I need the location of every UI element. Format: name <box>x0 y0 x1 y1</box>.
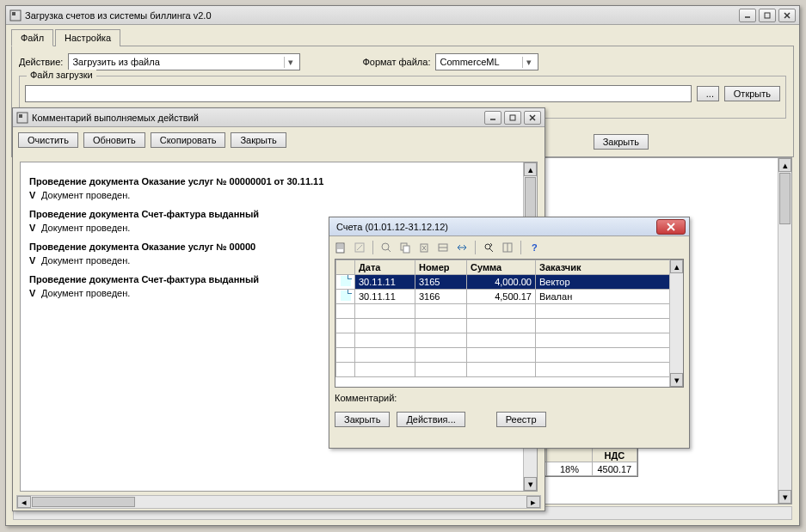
row-cell <box>536 363 683 377</box>
open-button[interactable]: Открыть <box>724 86 780 101</box>
table-row[interactable] <box>336 304 683 319</box>
app-icon <box>9 9 22 21</box>
svg-rect-3 <box>765 13 770 18</box>
log-titlebar: Комментарий выполняемых действий <box>13 108 545 127</box>
grid-vscrollbar[interactable]: ▴ ▾ <box>669 260 683 387</box>
peek-h2 <box>547 449 592 462</box>
col-icon[interactable] <box>336 260 355 275</box>
svg-text:?: ? <box>532 242 538 253</box>
accounts-titlebar: Счета (01.01.12-31.12.12) <box>329 217 689 236</box>
row-cell: 4,000.00 <box>467 275 536 290</box>
row-icon-cell <box>336 333 355 348</box>
action-value: Загрузить из файла <box>72 57 159 67</box>
log-entry-header: Проведение документа Оказание услуг № 00… <box>29 176 528 187</box>
maximize-button[interactable] <box>759 9 776 22</box>
select-range-icon[interactable] <box>454 240 470 255</box>
table-row[interactable] <box>336 333 683 348</box>
toolbar-separator <box>475 241 476 254</box>
main-close-button[interactable]: Закрыть <box>594 134 649 150</box>
tab-settings[interactable]: Настройка <box>55 29 120 46</box>
svg-line-16 <box>357 245 362 250</box>
log-title: Комментарий выполняемых действий <box>32 113 484 123</box>
log-window-icon <box>16 112 28 124</box>
accounts-window: Счета (01.01.12-31.12.12) ? Дата Номер <box>329 217 690 449</box>
edit-icon[interactable] <box>352 240 367 255</box>
scroll-down-icon[interactable]: ▾ <box>670 373 683 387</box>
log-copy-button[interactable]: Скопировать <box>151 132 226 148</box>
mark-icon[interactable] <box>435 240 451 255</box>
table-row[interactable] <box>336 363 683 377</box>
scroll-down-icon[interactable]: ▾ <box>778 490 791 504</box>
log-refresh-button[interactable]: Обновить <box>83 132 145 148</box>
table-row[interactable] <box>336 319 683 333</box>
svg-rect-1 <box>12 12 15 15</box>
table-row[interactable]: 30.11.1131664,500.17Виалан <box>336 290 683 304</box>
col-date[interactable]: Дата <box>355 260 415 275</box>
row-cell <box>355 333 415 348</box>
close-button[interactable] <box>778 9 796 22</box>
row-cell <box>355 304 415 319</box>
log-close-button-tb[interactable]: Закрыть <box>231 132 286 148</box>
table-row[interactable]: 30.11.1131654,000.00Вектор <box>336 275 683 290</box>
row-cell <box>536 304 683 319</box>
grid-registry-button[interactable]: Реестр <box>496 412 546 427</box>
svg-rect-7 <box>19 114 22 118</box>
toolbar-separator <box>372 241 373 254</box>
svg-line-18 <box>388 249 391 252</box>
row-cell <box>467 304 536 319</box>
new-icon[interactable] <box>333 240 348 255</box>
browse-button[interactable]: ... <box>697 86 719 101</box>
scroll-thumb[interactable] <box>779 173 791 224</box>
main-vscrollbar[interactable]: ▴ ▾ <box>778 158 791 504</box>
row-cell <box>415 319 467 333</box>
find-icon[interactable] <box>481 240 496 255</box>
comment-label: Комментарий: <box>335 393 397 403</box>
col-number[interactable]: Номер <box>415 260 467 275</box>
action-combo[interactable]: Загрузить из файла ▾ <box>68 53 300 70</box>
minimize-button[interactable] <box>739 9 756 22</box>
row-icon-cell <box>336 363 355 377</box>
file-path-input[interactable] <box>25 85 692 102</box>
scroll-left-icon[interactable]: ◂ <box>17 496 31 508</box>
row-cell <box>355 363 415 377</box>
log-minimize-button[interactable] <box>484 111 501 125</box>
accounts-grid[interactable]: Дата Номер Сумма Заказчик 30.11.1131654,… <box>335 259 684 388</box>
format-label: Формат файла: <box>362 57 430 67</box>
table-row[interactable] <box>336 348 683 363</box>
check-icon: V <box>29 190 35 200</box>
check-icon: V <box>29 223 35 233</box>
row-cell <box>536 333 683 348</box>
log-hscrollbar[interactable]: ◂ ▸ <box>16 495 541 509</box>
grid-close-button[interactable]: Закрыть <box>335 412 390 427</box>
log-close-button[interactable] <box>524 111 541 125</box>
view-icon[interactable] <box>378 240 394 255</box>
row-icon-cell <box>336 304 355 319</box>
copy-icon[interactable] <box>397 240 413 255</box>
scroll-right-icon[interactable]: ▸ <box>526 496 540 508</box>
row-cell: 3166 <box>415 290 467 304</box>
format-combo[interactable]: CommerceML ▾ <box>435 53 538 70</box>
document-icon <box>341 290 351 301</box>
delete-icon[interactable] <box>416 240 432 255</box>
col-sum[interactable]: Сумма <box>467 260 536 275</box>
hscroll-thumb[interactable] <box>32 497 135 507</box>
row-cell: 4,500.17 <box>467 290 536 304</box>
log-clear-button[interactable]: Очистить <box>18 132 78 148</box>
scroll-down-icon[interactable]: ▾ <box>524 477 537 491</box>
row-cell <box>467 363 536 377</box>
row-cell: 30.11.11 <box>355 275 415 290</box>
refresh-icon[interactable] <box>500 240 515 255</box>
tab-file[interactable]: Файл <box>11 29 53 46</box>
grid-actions-button[interactable]: Действия... <box>397 412 465 427</box>
scroll-up-icon[interactable]: ▴ <box>778 158 791 172</box>
scroll-up-icon[interactable]: ▴ <box>670 260 683 273</box>
help-icon[interactable]: ? <box>526 240 542 255</box>
log-maximize-button[interactable] <box>504 111 521 125</box>
scroll-up-icon[interactable]: ▴ <box>524 162 537 176</box>
peek-c3: 4500.17 <box>592 462 637 476</box>
peek-c2: 18% <box>547 462 592 476</box>
col-customer[interactable]: Заказчик <box>536 260 683 275</box>
accounts-close-button[interactable] <box>656 219 686 235</box>
svg-rect-20 <box>403 246 409 253</box>
log-entry-status: VДокумент проведен. <box>29 190 528 200</box>
